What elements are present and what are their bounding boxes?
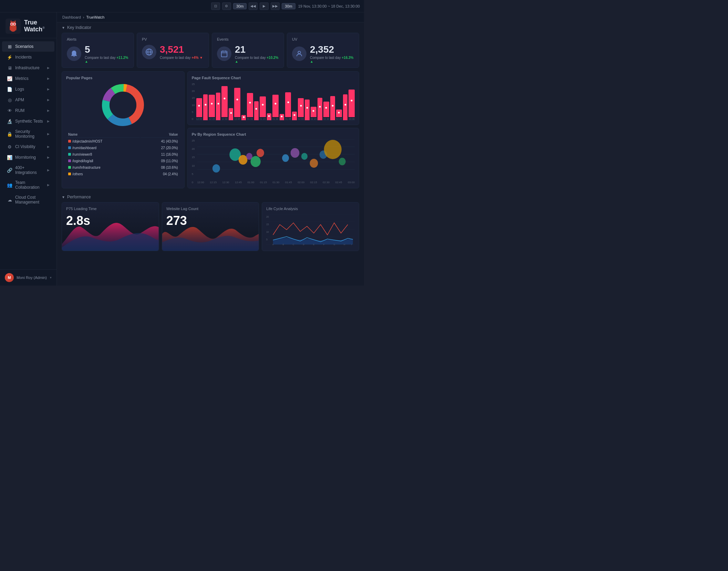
- kpi-value-area-events: 21 Compare to last day +10.2% ▲: [235, 44, 279, 63]
- page-fault-chart-title: Page Fault Sequence Chart: [192, 76, 355, 80]
- metrics-arrow: ▶: [47, 77, 50, 80]
- user-icon: [295, 50, 303, 58]
- bar-label: 02:45: [336, 118, 342, 120]
- bar-dot: [211, 103, 213, 105]
- nav-item-team-collaboration[interactable]: 👥 Team Collaboration ▶: [2, 178, 54, 192]
- kpi-value-pv: 3,521: [160, 44, 203, 55]
- svg-point-45: [339, 158, 345, 165]
- nav-item-security-monitoring[interactable]: 🔒 Security Monitoring ▶: [2, 127, 54, 141]
- kpi-value-area-uv: 2,352 Compare to last day +16.3% ▲: [310, 44, 354, 63]
- color-dot: [68, 159, 71, 162]
- bar-group: 12:00: [196, 98, 202, 120]
- uv-icon-circle: [292, 46, 306, 61]
- pv-x-0145: 01:45: [285, 181, 292, 184]
- user-avatar: M: [5, 273, 14, 282]
- integrations-icon: 🔗: [7, 167, 12, 173]
- kpi-change-alerts: +11.2%: [116, 56, 128, 60]
- bar-dot: [344, 104, 346, 106]
- nav-label-rum: RUM: [15, 108, 24, 113]
- nav-item-apm[interactable]: ◎ APM ▶: [2, 95, 54, 105]
- settings-btn[interactable]: ⚙: [222, 2, 231, 10]
- bar-dot: [217, 103, 219, 105]
- breadcrumb-parent: Dashboard: [62, 15, 81, 19]
- svg-point-8: [14, 23, 15, 25]
- bar: [216, 93, 220, 120]
- bar-dot: [294, 114, 295, 116]
- bar-dot: [332, 105, 333, 107]
- pv-x-axis: 12:00 12:15 12:30 12:45 01:00 01:15 01:3…: [197, 181, 355, 184]
- nav-item-infrastructure[interactable]: 🖥 Infrastructure ▶: [2, 63, 54, 73]
- content-area: Dashboard › TrueWatch ▼ Key Indicator Al…: [57, 12, 364, 286]
- nav-item-rum[interactable]: 👁 RUM ▶: [2, 105, 54, 116]
- ci-icon: ⚙: [7, 144, 12, 149]
- bar-dot: [198, 105, 200, 107]
- nav-label-synthetic-tests: Synthetic Tests: [15, 119, 43, 124]
- alerts-icon-circle: [67, 46, 81, 61]
- nav-item-ci-visibility[interactable]: ⚙ CI Visibility ▶: [2, 142, 54, 152]
- lifecycle-card: Life Cycle Analysis 20 15 10 5: [262, 202, 359, 251]
- bar-group: 01:30: [272, 95, 279, 120]
- user-dropdown-arrow[interactable]: ▾: [50, 276, 52, 279]
- nav-item-synthetic-tests[interactable]: 🔬 Synthetic Tests ▶: [2, 116, 54, 126]
- nav-item-integrations[interactable]: 🔗 400+ Integrations ▶: [2, 163, 54, 177]
- logo-area: TrueWatch®: [0, 12, 56, 38]
- bar-group: 12:15: [209, 95, 215, 120]
- nav-label-incidents: Incidents: [15, 55, 32, 60]
- bar: [330, 96, 335, 120]
- bar: [241, 115, 246, 120]
- table-row: /rum/dashboard 27 (20.0%): [67, 145, 179, 151]
- table-row: /logindi/log/all 09 (11.0%): [67, 158, 179, 164]
- nav-item-metrics[interactable]: 📈 Metrics ▶: [2, 73, 54, 84]
- play-btn[interactable]: ▶: [260, 2, 269, 10]
- bar-group: [241, 115, 246, 120]
- time-range-pill2[interactable]: 30m: [282, 3, 295, 9]
- performance-grid: P75 Loading Time 2.8s: [57, 202, 364, 255]
- col-value-header: Value: [141, 132, 179, 138]
- y-label-25: 25: [192, 83, 195, 86]
- y-label-10: 10: [192, 104, 195, 107]
- breadcrumb-current: TrueWatch: [86, 15, 105, 19]
- screen-btn[interactable]: ⊡: [211, 2, 220, 10]
- sidebar: TrueWatch® ⊞ Scenarios ⚡ Incidents 🖥 Inf…: [0, 12, 57, 286]
- breadcrumb: Dashboard › TrueWatch: [57, 12, 364, 22]
- nav-item-scenarios[interactable]: ⊞ Scenarios: [2, 41, 54, 52]
- svg-text:15: 15: [266, 223, 269, 226]
- svg-point-27: [110, 92, 136, 118]
- logs-arrow: ▶: [47, 87, 50, 91]
- svg-point-19: [298, 51, 300, 54]
- logs-icon: 📄: [7, 86, 12, 92]
- performance-chevron: ▼: [62, 195, 65, 199]
- security-icon: 🔒: [7, 131, 12, 137]
- website-lag-card: Website Lag Count 273: [162, 202, 259, 251]
- bar: [318, 98, 322, 120]
- svg-text:D: D: [303, 243, 305, 245]
- kpi-card-uv: UV 2,352 Compare to last day: [287, 33, 359, 68]
- bar: [343, 94, 347, 120]
- bar-dot: [325, 107, 327, 109]
- prev-btn[interactable]: ◀◀: [249, 2, 258, 10]
- bar-dot: [281, 116, 283, 117]
- kpi-compare-uv: Compare to last day +16.3% ▲: [310, 56, 354, 63]
- bar-group: [229, 108, 233, 120]
- bar: [336, 110, 342, 117]
- time-range-pill[interactable]: 30m: [233, 3, 247, 9]
- website-lag-value: 273: [166, 214, 255, 228]
- svg-point-41: [301, 153, 307, 160]
- y-label-5: 5: [192, 111, 195, 114]
- nav-label-metrics: Metrics: [15, 76, 29, 81]
- kpi-compare-pv: Compare to last day +4% ▼: [160, 56, 203, 60]
- bar-group: [254, 101, 259, 120]
- next-btn[interactable]: ▶▶: [271, 2, 280, 10]
- nav-item-monitoring[interactable]: 📊 Mornitoring ▶: [2, 152, 54, 163]
- pv-y-10: 10: [192, 164, 195, 167]
- performance-section-header[interactable]: ▼ Performance: [57, 192, 364, 202]
- popular-pages-card: Popular Pages: [62, 71, 185, 188]
- nav-item-logs[interactable]: 📄 Logs ▶: [2, 84, 54, 94]
- p75-value: 2.8s: [66, 214, 155, 228]
- pv-x-0245: 02:45: [335, 181, 342, 184]
- nav-item-incidents[interactable]: ⚡ Incidents: [2, 52, 54, 62]
- nav-item-cloud-cost[interactable]: ☁ Cloud Cost Management: [2, 193, 54, 207]
- nav-label-integrations: 400+ Integrations: [15, 165, 44, 175]
- bar-dot: [205, 104, 206, 106]
- key-indicator-section-header[interactable]: ▼ Key Indicator: [57, 22, 364, 33]
